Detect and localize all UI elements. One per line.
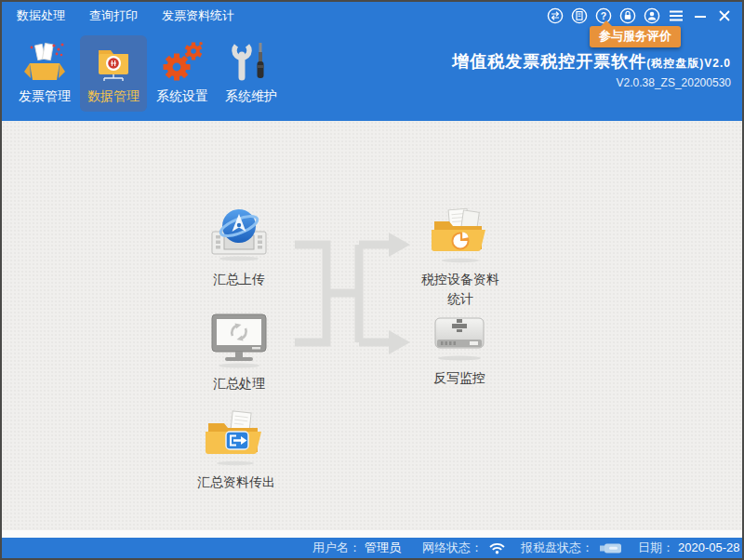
status-network-label: 网络状态： [422, 538, 483, 558]
app-title: 增值税发票税控开票软件 [452, 52, 646, 71]
flow-arrows [288, 226, 415, 363]
user-account-button[interactable] [644, 7, 660, 24]
close-icon [718, 9, 731, 22]
menubar: 数据处理 查询打印 发票资料统计 ? [2, 2, 742, 30]
lock-icon [619, 7, 636, 24]
survey-icon [571, 7, 588, 24]
node-label: 汇总处理 [193, 374, 286, 393]
node-summary-upload[interactable]: 汇总上传 [193, 207, 286, 289]
hamburger-icon [669, 9, 684, 22]
node-label: 税控设备资料统计 [416, 270, 505, 309]
status-username: 用户名： 管理员 [312, 538, 401, 558]
node-writeback-monitor[interactable]: 反写监控 [413, 313, 506, 388]
tools-icon [230, 41, 272, 84]
lock-button[interactable] [619, 7, 636, 24]
node-label: 汇总上传 [193, 270, 286, 289]
minimize-icon [694, 9, 707, 22]
status-tax-disk: 报税盘状态： [521, 538, 623, 558]
toolbar-item-label: 数据管理 [80, 88, 147, 105]
node-device-data-stats[interactable]: 税控设备资料统计 [416, 207, 505, 309]
svg-text:?: ? [601, 10, 606, 21]
wifi-icon [488, 541, 506, 554]
menu-item-invoice-stats[interactable]: 发票资料统计 [162, 7, 234, 24]
node-summary-process[interactable]: 汇总处理 [193, 311, 286, 393]
globe-upload-icon [206, 207, 272, 264]
toolbar-item-label: 发票管理 [11, 88, 78, 105]
toolbar-item-data-management[interactable]: 数据管理 [80, 35, 147, 112]
status-date: 日期： 2020-05-28 [638, 538, 740, 558]
status-network: 网络状态： [422, 538, 506, 558]
footer-divider [2, 530, 742, 538]
folder-stats-icon [425, 207, 496, 264]
service-survey-tooltip[interactable]: 参与服务评价 [590, 26, 681, 47]
status-username-value: 管理员 [365, 538, 401, 558]
minimize-button[interactable] [692, 7, 709, 24]
app-title-suffix: (税控盘版)V2.0 [646, 57, 731, 70]
folder-export-icon [201, 409, 272, 467]
status-tax-disk-label: 报税盘状态： [521, 538, 593, 558]
toolbar-item-system-settings[interactable]: 系统设置 [149, 35, 216, 112]
status-date-value: 2020-05-28 [678, 538, 740, 558]
node-label: 汇总资料传出 [185, 473, 287, 492]
app-version: V2.0.38_ZS_20200530 [452, 76, 731, 89]
close-button[interactable] [716, 7, 733, 24]
menu-item-data-processing[interactable]: 数据处理 [17, 7, 65, 24]
usb-disk-icon [599, 542, 623, 554]
node-summary-export[interactable]: 汇总资料传出 [185, 409, 287, 492]
monitor-process-icon [206, 311, 272, 368]
transfer-icon [547, 7, 564, 24]
node-label: 反写监控 [413, 368, 506, 388]
toolbar-item-invoice-management[interactable]: 发票管理 [11, 35, 78, 112]
toolbar-item-system-maintenance[interactable]: 系统维护 [218, 35, 285, 112]
main-menu-button[interactable] [668, 7, 684, 24]
toolbar-item-label: 系统维护 [218, 88, 285, 105]
toolbar-item-label: 系统设置 [149, 88, 216, 105]
invoice-box-icon [23, 41, 66, 84]
service-survey-button[interactable] [571, 7, 588, 24]
status-date-label: 日期： [638, 538, 674, 558]
main-area: 汇总上传 汇总处理 [2, 121, 742, 530]
gears-icon [161, 41, 204, 84]
statusbar: 用户名： 管理员 网络状态： 报税盘状态： 日期： 2020-05-28 [2, 538, 742, 558]
app-window: 数据处理 查询打印 发票资料统计 ? [0, 0, 744, 560]
tax-disk-icon [427, 313, 492, 363]
menu-item-query-print[interactable]: 查询打印 [89, 7, 138, 24]
app-title-block: 增值税发票税控开票软件(税控盘版)V2.0 V2.0.38_ZS_2020053… [452, 50, 731, 89]
data-folder-icon [92, 41, 135, 84]
user-icon [644, 7, 660, 24]
transfer-button[interactable] [547, 7, 564, 24]
status-username-label: 用户名： [312, 538, 361, 558]
